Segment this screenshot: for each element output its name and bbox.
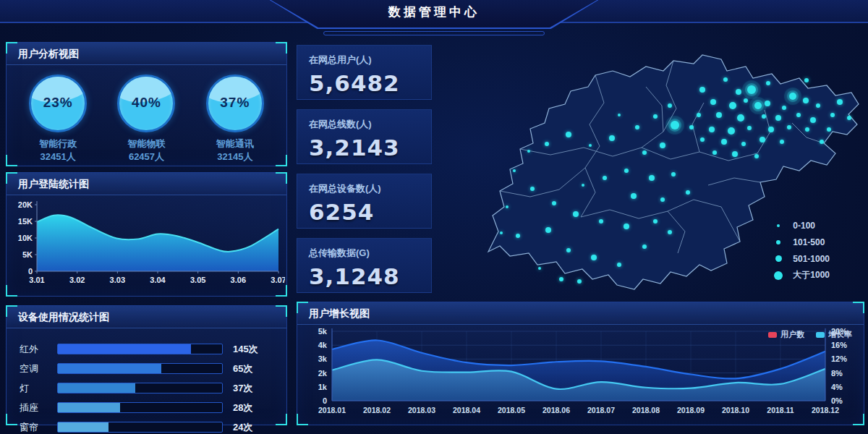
gauge-count: 32145人 [195, 150, 275, 163]
map-dot [631, 193, 637, 199]
stat-value: 5,6482 [309, 70, 420, 96]
bar-fill [58, 364, 161, 373]
axis-label: 16% [831, 341, 847, 349]
map-dot [671, 121, 679, 129]
device-label: 空调 [20, 362, 57, 375]
device-usage-row: 灯37次 [20, 378, 273, 398]
legend-dot-box [773, 271, 783, 280]
axis-label: 2018.06 [542, 406, 570, 414]
map-dot [737, 114, 744, 122]
map-dot [591, 255, 597, 260]
map-dot [805, 127, 809, 132]
map-dot [744, 98, 748, 103]
legend-dot-icon [776, 240, 780, 244]
map-dot [697, 113, 701, 117]
map-dot [589, 144, 592, 147]
map-dot [599, 219, 603, 224]
axis-label: 2018.05 [498, 406, 525, 414]
map-dot [552, 201, 556, 205]
map-dot [754, 102, 762, 109]
axis-label: 1k [318, 383, 328, 391]
device-label: 窗帘 [20, 421, 57, 434]
corner-accent [276, 414, 287, 425]
map-dot [847, 116, 851, 120]
axis-label: 2k [318, 369, 328, 378]
page-title: 数据管理中心 [0, 4, 868, 20]
map-dot [516, 234, 520, 238]
map-dot [754, 154, 759, 158]
corner-accent [276, 172, 287, 184]
axis-label: 5K [22, 250, 33, 259]
axis-label: 2018.12 [812, 406, 839, 414]
axis-label: 0 [28, 267, 33, 276]
stat-label: 在网总用户(人) [309, 54, 420, 67]
map-dot [721, 139, 727, 145]
map-dot [603, 176, 607, 180]
legend-item-growth[interactable]: 增长率 [816, 329, 852, 340]
map-dot [573, 211, 579, 217]
gauge: 40%智能物联62457人 [106, 75, 186, 163]
axis-label: 5k [318, 327, 328, 336]
map-dot [582, 184, 584, 187]
corner-accent [6, 305, 17, 317]
map-dot [804, 78, 809, 82]
map-dot [760, 137, 765, 142]
corner-accent [276, 42, 287, 54]
map-dot [668, 103, 672, 108]
region-map: 0-100101-500501-1000大于1000 [445, 36, 864, 304]
corner-accent [6, 42, 17, 54]
legend-item-users[interactable]: 用户数 [768, 329, 804, 340]
device-usage-row: 红外145次 [20, 339, 273, 359]
corner-accent [6, 285, 17, 297]
device-value: 65次 [223, 362, 273, 375]
stat-card: 在网总设备数(人)6254 [297, 174, 432, 229]
axis-label: 3.06 [231, 276, 246, 284]
map-dot [527, 150, 530, 153]
map-dot [577, 279, 582, 284]
map-dot [716, 112, 722, 118]
stat-card: 在网总线数(人)3,2143 [297, 109, 432, 164]
bar-fill [58, 383, 135, 393]
legend-text: 增长率 [828, 329, 852, 340]
gauge-name: 智能行政 [18, 137, 98, 150]
legend-swatch [768, 332, 777, 338]
map-dot [775, 115, 781, 121]
gauge-name: 智能通讯 [195, 137, 275, 150]
map-dot [545, 142, 549, 146]
device-usage-row: 空调65次 [20, 359, 273, 378]
bar-track [57, 383, 223, 393]
map-dot [653, 114, 658, 119]
panel-user-growth: 用户增长视图 用户数增长率 01k2k3k4k5k0%4%8%12%16%20%… [297, 302, 864, 425]
map-dot [728, 127, 735, 135]
map-legend-item: 501-1000 [773, 250, 830, 267]
map-dot [642, 244, 647, 249]
legend-label: 501-1000 [793, 254, 830, 264]
map-dot [671, 172, 676, 176]
map-legend-item: 0-100 [773, 217, 830, 234]
area-fill [37, 215, 278, 271]
stat-value: 6254 [309, 199, 420, 225]
axis-label: 2018.11 [767, 406, 794, 414]
device-value: 145次 [223, 343, 273, 356]
axis-label: 2018.01 [318, 406, 346, 414]
device-value: 24次 [223, 421, 273, 434]
gauge: 37%智能通讯32145人 [195, 75, 275, 163]
map-dot [660, 197, 665, 202]
device-label: 灯 [20, 382, 57, 395]
map-legend: 0-100101-500501-1000大于1000 [773, 217, 830, 284]
axis-label: 3.02 [69, 276, 85, 284]
axis-label: 3.05 [190, 276, 205, 284]
map-dot [747, 126, 752, 130]
map-dot [803, 98, 809, 103]
legend-dot-icon [774, 271, 783, 280]
map-dot [700, 137, 705, 142]
corner-accent [6, 414, 17, 425]
axis-label: 2018.02 [363, 406, 391, 414]
legend-dot-icon [775, 255, 782, 262]
corner-accent [6, 155, 17, 166]
map-dot [741, 142, 746, 146]
gauge-circle: 40% [117, 75, 175, 132]
map-dot [618, 114, 621, 116]
map-dot [816, 103, 820, 108]
map-dot [642, 150, 647, 155]
